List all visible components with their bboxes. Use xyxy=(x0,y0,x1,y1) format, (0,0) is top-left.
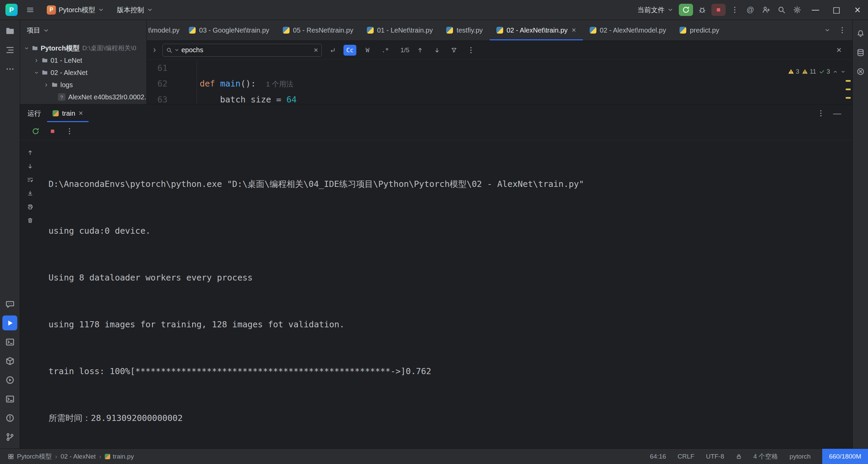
editor-tab[interactable]: testfiy.py xyxy=(439,20,489,40)
match-case-toggle[interactable]: Cc xyxy=(343,45,356,56)
memory-indicator[interactable]: 660/1800M xyxy=(822,449,868,464)
inspections-widget[interactable]: 3 11 3 xyxy=(788,64,846,79)
tree-row[interactable]: 02 - AlexNet xyxy=(20,66,146,79)
previous-match-icon[interactable] xyxy=(414,44,426,56)
chevron-down-icon[interactable] xyxy=(24,46,29,51)
stop-process-icon[interactable] xyxy=(46,124,59,138)
next-problem-icon[interactable] xyxy=(841,69,846,74)
tool-window-grid-icon[interactable] xyxy=(5,450,17,463)
ai-assistant-tool-icon[interactable] xyxy=(853,64,868,79)
run-tool-icon[interactable] xyxy=(2,315,17,330)
project-selector[interactable]: P Pytorch模型 xyxy=(43,3,108,17)
run-tab-train[interactable]: train × xyxy=(47,104,88,122)
editor-tab[interactable]: t\model.py xyxy=(147,20,182,40)
breadcrumb-item[interactable]: 02 - AlexNet xyxy=(61,453,96,460)
expand-replace-icon[interactable] xyxy=(152,47,158,53)
main-menu-icon[interactable] xyxy=(22,2,38,17)
tab-label: t\model.py xyxy=(148,26,179,34)
more-actions-icon[interactable] xyxy=(727,2,743,17)
run-config-selector[interactable]: 当前文件 xyxy=(633,3,677,17)
run-tab-close-icon[interactable]: × xyxy=(79,109,83,118)
up-stack-trace-icon[interactable] xyxy=(23,146,37,159)
hide-tool-window-icon[interactable]: — xyxy=(831,107,844,120)
editor-tab[interactable]: 02 - AlexNet\model.py xyxy=(583,20,673,40)
stop-button[interactable] xyxy=(711,4,726,16)
whole-words-toggle[interactable]: W xyxy=(361,45,374,56)
console-output[interactable]: D:\AnacondaEnvs\pytorch\python.exe "D:\桌… xyxy=(40,140,852,448)
run-toolbar-more-icon[interactable] xyxy=(63,124,76,138)
terminal-tool-icon[interactable] xyxy=(2,391,17,406)
print-icon[interactable] xyxy=(23,200,37,214)
tree-row[interactable]: Pytorch模型 D:\桌面\编程相关\0 xyxy=(20,42,146,54)
python-packages-tool-icon[interactable] xyxy=(2,353,17,368)
settings-gear-icon[interactable] xyxy=(789,2,805,17)
search-filter-icon[interactable] xyxy=(448,44,460,56)
project-tool-icon[interactable] xyxy=(2,23,17,38)
breadcrumb-item[interactable]: train.py xyxy=(105,453,134,460)
debug-button[interactable] xyxy=(694,2,710,17)
chevron-down-icon[interactable] xyxy=(43,27,49,34)
tree-row[interactable]: 01 - LeNet xyxy=(20,54,146,66)
code-editor[interactable]: 61 62 defmain():1 个用法 63 batch_size = 64 xyxy=(147,60,852,104)
window-close-button[interactable]: × xyxy=(847,0,868,20)
code-with-me-icon[interactable] xyxy=(758,2,774,17)
search-field[interactable]: × xyxy=(162,44,322,57)
close-search-icon[interactable]: × xyxy=(836,45,842,55)
clear-console-icon[interactable] xyxy=(23,214,37,227)
caret-position[interactable]: 64:16 xyxy=(650,453,666,460)
chevron-down-icon[interactable] xyxy=(34,70,39,75)
notifications-bell-icon[interactable] xyxy=(853,26,868,41)
usage-hint[interactable]: 1 个用法 xyxy=(266,80,294,88)
readonly-lock-icon[interactable] xyxy=(736,453,742,460)
search-input[interactable] xyxy=(181,46,312,54)
next-match-icon[interactable] xyxy=(431,44,443,56)
line-separator[interactable]: CRLF xyxy=(677,453,694,460)
window-maximize-button[interactable]: □ xyxy=(826,0,847,20)
breadcrumb-item[interactable]: Pytorch模型 xyxy=(17,452,52,461)
tab-close-icon[interactable]: × xyxy=(572,26,576,35)
file-encoding[interactable]: UTF-8 xyxy=(706,453,724,460)
scroll-to-end-icon[interactable] xyxy=(23,187,37,200)
ai-chat-tool-icon[interactable] xyxy=(2,296,17,311)
python-interpreter[interactable]: pytorch xyxy=(790,453,811,460)
search-everywhere-icon[interactable] xyxy=(774,2,789,17)
version-control-tool-icon[interactable] xyxy=(2,429,17,444)
hidden-tabs-icon[interactable] xyxy=(821,23,834,38)
chevron-right-icon[interactable] xyxy=(34,58,39,63)
tab-options-icon[interactable] xyxy=(835,23,849,38)
problems-tool-icon[interactable] xyxy=(2,410,17,425)
structure-tool-icon[interactable] xyxy=(2,42,17,57)
editor-tab-active[interactable]: 02 - AlexNet\train.py × xyxy=(490,20,583,40)
chevron-right-icon[interactable] xyxy=(44,82,49,88)
regex-toggle[interactable]: .* xyxy=(379,45,392,56)
tree-row[interactable]: ? AlexNet e40bs32lr0.0002. xyxy=(20,91,146,103)
rerun-process-icon[interactable] xyxy=(29,124,42,138)
tree-row[interactable]: logs xyxy=(20,79,146,91)
vcs-button[interactable]: 版本控制 xyxy=(113,3,157,17)
tree-item-label: AlexNet e40bs32lr0.0002. xyxy=(68,93,146,101)
clear-search-icon[interactable]: × xyxy=(314,46,318,55)
editor-tab[interactable]: 05 - ResNet\train.py xyxy=(276,20,360,40)
indent-setting[interactable]: 4 个空格 xyxy=(753,452,778,461)
at-mentions-icon[interactable]: @ xyxy=(743,2,758,17)
newline-icon[interactable] xyxy=(327,44,339,56)
editor-tab[interactable]: 03 - GoogleNet\train.py xyxy=(182,20,276,40)
rerun-button[interactable] xyxy=(679,4,693,16)
window-minimize-button[interactable]: — xyxy=(805,0,826,20)
find-bar: × Cc W .* 1/5 × xyxy=(147,41,852,60)
soft-wrap-icon[interactable] xyxy=(23,173,37,187)
database-tool-icon[interactable] xyxy=(853,45,868,60)
more-tools-icon[interactable] xyxy=(2,61,17,76)
run-tool-window: 运行 train × — xyxy=(20,104,852,448)
down-stack-trace-icon[interactable] xyxy=(23,159,37,173)
python-console-tool-icon[interactable] xyxy=(2,334,17,349)
services-tool-icon[interactable] xyxy=(2,372,17,387)
search-options-icon[interactable] xyxy=(465,44,477,56)
previous-problem-icon[interactable] xyxy=(833,69,838,74)
editor-tab[interactable]: predict.py xyxy=(673,20,726,40)
error-stripe[interactable] xyxy=(846,80,851,104)
editor-tab[interactable]: 01 - LeNet\train.py xyxy=(360,20,440,40)
search-history-chevron-icon[interactable] xyxy=(174,47,179,53)
run-panel-header: 运行 train × — xyxy=(20,104,852,122)
run-panel-options-icon[interactable] xyxy=(814,107,827,120)
